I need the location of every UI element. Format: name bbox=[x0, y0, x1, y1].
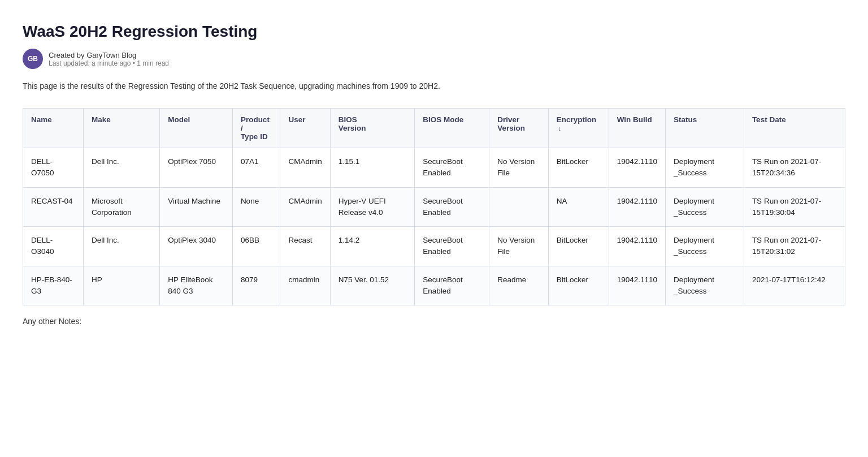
table-cell: Readme bbox=[489, 266, 549, 305]
table-cell: SecureBoot Enabled bbox=[415, 148, 489, 188]
table-cell: CMAdmin bbox=[280, 187, 330, 227]
table-cell: 19042.1110 bbox=[609, 266, 665, 305]
table-cell: Dell Inc. bbox=[84, 148, 160, 188]
table-cell: No Version File bbox=[489, 227, 549, 266]
table-cell: BitLocker bbox=[548, 227, 609, 266]
table-cell: Virtual Machine bbox=[160, 187, 233, 227]
col-model: Model bbox=[160, 109, 233, 148]
col-test-date: Test Date bbox=[744, 109, 845, 148]
table-cell: 07A1 bbox=[232, 148, 280, 188]
table-row: DELL-O3040Dell Inc.OptiPlex 304006BBReca… bbox=[23, 227, 845, 266]
table-cell: N75 Ver. 01.52 bbox=[330, 266, 415, 305]
regression-table: Name Make Model Product /Type ID User BI… bbox=[23, 108, 845, 305]
col-status: Status bbox=[666, 109, 744, 148]
col-bios-mode: BIOS Mode bbox=[415, 109, 489, 148]
table-cell: HP EliteBook 840 G3 bbox=[160, 266, 233, 305]
col-bios-version: BIOSVersion bbox=[330, 109, 415, 148]
table-cell: TS Run on 2021-07-15T20:31:02 bbox=[744, 227, 845, 266]
col-encryption[interactable]: Encryption ↓ bbox=[548, 109, 609, 148]
col-make: Make bbox=[84, 109, 160, 148]
table-cell: 8079 bbox=[232, 266, 280, 305]
col-driver-version: DriverVersion bbox=[489, 109, 549, 148]
table-cell: 19042.1110 bbox=[609, 187, 665, 227]
table-cell: 06BB bbox=[232, 227, 280, 266]
author-meta: Created by GaryTown Blog Last updated: a… bbox=[49, 51, 169, 67]
table-cell: Deployment _Success bbox=[666, 148, 744, 188]
table-cell: OptiPlex 7050 bbox=[160, 148, 233, 188]
table-cell: RECAST-04 bbox=[23, 187, 84, 227]
table-cell: Dell Inc. bbox=[84, 227, 160, 266]
table-row: RECAST-04Microsoft CorporationVirtual Ma… bbox=[23, 187, 845, 227]
table-cell: HP bbox=[84, 266, 160, 305]
table-cell: SecureBoot Enabled bbox=[415, 266, 489, 305]
table-cell: DELL-O3040 bbox=[23, 227, 84, 266]
table-cell: 19042.1110 bbox=[609, 148, 665, 188]
table-row: DELL-O7050Dell Inc.OptiPlex 705007A1CMAd… bbox=[23, 148, 845, 188]
table-cell: SecureBoot Enabled bbox=[415, 187, 489, 227]
footer-note: Any other Notes: bbox=[23, 317, 845, 326]
sort-icon: ↓ bbox=[558, 125, 562, 132]
table-cell: OptiPlex 3040 bbox=[160, 227, 233, 266]
table-cell: Deployment _Success bbox=[666, 266, 744, 305]
table-cell: BitLocker bbox=[548, 266, 609, 305]
author-name: Created by GaryTown Blog bbox=[49, 51, 169, 59]
table-cell: CMAdmin bbox=[280, 148, 330, 188]
table-cell: Deployment _Success bbox=[666, 227, 744, 266]
table-cell: Recast bbox=[280, 227, 330, 266]
table-cell: Hyper-V UEFI Release v4.0 bbox=[330, 187, 415, 227]
col-win-build: Win Build bbox=[609, 109, 665, 148]
author-sub: Last updated: a minute ago • 1 min read bbox=[49, 59, 169, 67]
table-cell: NA bbox=[548, 187, 609, 227]
table-cell: 1.15.1 bbox=[330, 148, 415, 188]
page-title: WaaS 20H2 Regression Testing bbox=[23, 23, 845, 41]
table-cell: TS Run on 2021-07-15T20:34:36 bbox=[744, 148, 845, 188]
table-cell: 19042.1110 bbox=[609, 227, 665, 266]
table-cell: Deployment _Success bbox=[666, 187, 744, 227]
author-row: GB Created by GaryTown Blog Last updated… bbox=[23, 49, 845, 69]
page-description: This page is the results of the Regressi… bbox=[23, 80, 845, 92]
table-header-row: Name Make Model Product /Type ID User BI… bbox=[23, 109, 845, 148]
table-row: HP-EB-840-G3HPHP EliteBook 840 G38079cma… bbox=[23, 266, 845, 305]
table-cell: SecureBoot Enabled bbox=[415, 227, 489, 266]
table-cell: None bbox=[232, 187, 280, 227]
avatar: GB bbox=[23, 49, 43, 69]
table-cell: cmadmin bbox=[280, 266, 330, 305]
table-cell: HP-EB-840-G3 bbox=[23, 266, 84, 305]
table-cell: 1.14.2 bbox=[330, 227, 415, 266]
table-cell: No Version File bbox=[489, 148, 549, 188]
table-cell: TS Run on 2021-07-15T19:30:04 bbox=[744, 187, 845, 227]
col-name: Name bbox=[23, 109, 84, 148]
col-user: User bbox=[280, 109, 330, 148]
table-cell: BitLocker bbox=[548, 148, 609, 188]
table-cell bbox=[489, 187, 549, 227]
col-product-type-id: Product /Type ID bbox=[232, 109, 280, 148]
table-cell: DELL-O7050 bbox=[23, 148, 84, 188]
table-cell: Microsoft Corporation bbox=[84, 187, 160, 227]
table-cell: 2021-07-17T16:12:42 bbox=[744, 266, 845, 305]
